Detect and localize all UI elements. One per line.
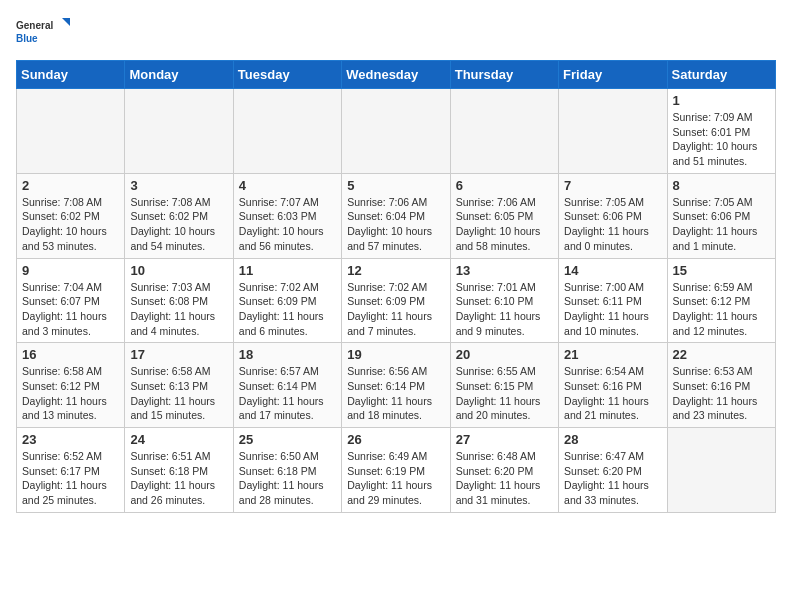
day-info: Sunrise: 7:03 AM Sunset: 6:08 PM Dayligh…	[130, 280, 227, 339]
calendar-day-cell	[342, 89, 450, 174]
day-info: Sunrise: 7:00 AM Sunset: 6:11 PM Dayligh…	[564, 280, 661, 339]
calendar-day-cell: 15Sunrise: 6:59 AM Sunset: 6:12 PM Dayli…	[667, 258, 775, 343]
day-number: 21	[564, 347, 661, 362]
day-of-week-header: Friday	[559, 61, 667, 89]
day-number: 27	[456, 432, 553, 447]
day-info: Sunrise: 6:49 AM Sunset: 6:19 PM Dayligh…	[347, 449, 444, 508]
day-number: 10	[130, 263, 227, 278]
calendar-day-cell: 16Sunrise: 6:58 AM Sunset: 6:12 PM Dayli…	[17, 343, 125, 428]
calendar-day-cell: 6Sunrise: 7:06 AM Sunset: 6:05 PM Daylig…	[450, 173, 558, 258]
calendar-day-cell: 21Sunrise: 6:54 AM Sunset: 6:16 PM Dayli…	[559, 343, 667, 428]
day-of-week-header: Saturday	[667, 61, 775, 89]
day-number: 20	[456, 347, 553, 362]
calendar-day-cell: 26Sunrise: 6:49 AM Sunset: 6:19 PM Dayli…	[342, 428, 450, 513]
calendar-week-row: 16Sunrise: 6:58 AM Sunset: 6:12 PM Dayli…	[17, 343, 776, 428]
day-info: Sunrise: 7:08 AM Sunset: 6:02 PM Dayligh…	[130, 195, 227, 254]
calendar-day-cell: 3Sunrise: 7:08 AM Sunset: 6:02 PM Daylig…	[125, 173, 233, 258]
calendar-day-cell: 4Sunrise: 7:07 AM Sunset: 6:03 PM Daylig…	[233, 173, 341, 258]
calendar-day-cell: 11Sunrise: 7:02 AM Sunset: 6:09 PM Dayli…	[233, 258, 341, 343]
calendar-day-cell: 20Sunrise: 6:55 AM Sunset: 6:15 PM Dayli…	[450, 343, 558, 428]
day-number: 13	[456, 263, 553, 278]
day-of-week-header: Tuesday	[233, 61, 341, 89]
calendar-day-cell: 14Sunrise: 7:00 AM Sunset: 6:11 PM Dayli…	[559, 258, 667, 343]
calendar-day-cell: 25Sunrise: 6:50 AM Sunset: 6:18 PM Dayli…	[233, 428, 341, 513]
calendar-day-cell: 12Sunrise: 7:02 AM Sunset: 6:09 PM Dayli…	[342, 258, 450, 343]
day-number: 24	[130, 432, 227, 447]
day-of-week-header: Thursday	[450, 61, 558, 89]
svg-marker-2	[62, 18, 70, 26]
day-number: 14	[564, 263, 661, 278]
calendar-day-cell	[667, 428, 775, 513]
calendar-day-cell: 7Sunrise: 7:05 AM Sunset: 6:06 PM Daylig…	[559, 173, 667, 258]
day-info: Sunrise: 6:59 AM Sunset: 6:12 PM Dayligh…	[673, 280, 770, 339]
day-number: 26	[347, 432, 444, 447]
calendar-day-cell	[559, 89, 667, 174]
calendar-week-row: 23Sunrise: 6:52 AM Sunset: 6:17 PM Dayli…	[17, 428, 776, 513]
calendar-day-cell: 24Sunrise: 6:51 AM Sunset: 6:18 PM Dayli…	[125, 428, 233, 513]
day-number: 4	[239, 178, 336, 193]
day-info: Sunrise: 6:53 AM Sunset: 6:16 PM Dayligh…	[673, 364, 770, 423]
day-info: Sunrise: 6:48 AM Sunset: 6:20 PM Dayligh…	[456, 449, 553, 508]
day-number: 5	[347, 178, 444, 193]
calendar-day-cell: 10Sunrise: 7:03 AM Sunset: 6:08 PM Dayli…	[125, 258, 233, 343]
day-number: 1	[673, 93, 770, 108]
day-info: Sunrise: 7:08 AM Sunset: 6:02 PM Dayligh…	[22, 195, 119, 254]
calendar-day-cell: 13Sunrise: 7:01 AM Sunset: 6:10 PM Dayli…	[450, 258, 558, 343]
day-number: 17	[130, 347, 227, 362]
day-info: Sunrise: 6:47 AM Sunset: 6:20 PM Dayligh…	[564, 449, 661, 508]
logo-svg: General Blue	[16, 16, 71, 48]
day-info: Sunrise: 6:51 AM Sunset: 6:18 PM Dayligh…	[130, 449, 227, 508]
day-number: 19	[347, 347, 444, 362]
calendar-week-row: 2Sunrise: 7:08 AM Sunset: 6:02 PM Daylig…	[17, 173, 776, 258]
day-number: 16	[22, 347, 119, 362]
day-number: 8	[673, 178, 770, 193]
calendar-day-cell: 22Sunrise: 6:53 AM Sunset: 6:16 PM Dayli…	[667, 343, 775, 428]
day-info: Sunrise: 7:02 AM Sunset: 6:09 PM Dayligh…	[239, 280, 336, 339]
day-number: 11	[239, 263, 336, 278]
day-info: Sunrise: 7:06 AM Sunset: 6:05 PM Dayligh…	[456, 195, 553, 254]
day-info: Sunrise: 7:05 AM Sunset: 6:06 PM Dayligh…	[564, 195, 661, 254]
day-number: 15	[673, 263, 770, 278]
day-info: Sunrise: 7:04 AM Sunset: 6:07 PM Dayligh…	[22, 280, 119, 339]
page-header: General Blue	[16, 16, 776, 48]
day-info: Sunrise: 6:58 AM Sunset: 6:12 PM Dayligh…	[22, 364, 119, 423]
calendar-day-cell: 23Sunrise: 6:52 AM Sunset: 6:17 PM Dayli…	[17, 428, 125, 513]
calendar-day-cell: 28Sunrise: 6:47 AM Sunset: 6:20 PM Dayli…	[559, 428, 667, 513]
day-number: 9	[22, 263, 119, 278]
day-info: Sunrise: 6:57 AM Sunset: 6:14 PM Dayligh…	[239, 364, 336, 423]
day-number: 25	[239, 432, 336, 447]
day-of-week-header: Monday	[125, 61, 233, 89]
day-number: 18	[239, 347, 336, 362]
calendar-week-row: 9Sunrise: 7:04 AM Sunset: 6:07 PM Daylig…	[17, 258, 776, 343]
svg-text:General: General	[16, 20, 53, 31]
day-info: Sunrise: 7:05 AM Sunset: 6:06 PM Dayligh…	[673, 195, 770, 254]
day-number: 6	[456, 178, 553, 193]
calendar-day-cell: 19Sunrise: 6:56 AM Sunset: 6:14 PM Dayli…	[342, 343, 450, 428]
calendar-day-cell: 27Sunrise: 6:48 AM Sunset: 6:20 PM Dayli…	[450, 428, 558, 513]
calendar-day-cell: 9Sunrise: 7:04 AM Sunset: 6:07 PM Daylig…	[17, 258, 125, 343]
calendar-header-row: SundayMondayTuesdayWednesdayThursdayFrid…	[17, 61, 776, 89]
day-number: 3	[130, 178, 227, 193]
day-info: Sunrise: 7:06 AM Sunset: 6:04 PM Dayligh…	[347, 195, 444, 254]
day-info: Sunrise: 6:58 AM Sunset: 6:13 PM Dayligh…	[130, 364, 227, 423]
day-of-week-header: Wednesday	[342, 61, 450, 89]
calendar-day-cell: 2Sunrise: 7:08 AM Sunset: 6:02 PM Daylig…	[17, 173, 125, 258]
day-number: 7	[564, 178, 661, 193]
svg-text:Blue: Blue	[16, 33, 38, 44]
calendar-week-row: 1Sunrise: 7:09 AM Sunset: 6:01 PM Daylig…	[17, 89, 776, 174]
day-info: Sunrise: 7:02 AM Sunset: 6:09 PM Dayligh…	[347, 280, 444, 339]
calendar-day-cell: 1Sunrise: 7:09 AM Sunset: 6:01 PM Daylig…	[667, 89, 775, 174]
logo: General Blue	[16, 16, 71, 48]
day-info: Sunrise: 6:55 AM Sunset: 6:15 PM Dayligh…	[456, 364, 553, 423]
calendar-day-cell: 5Sunrise: 7:06 AM Sunset: 6:04 PM Daylig…	[342, 173, 450, 258]
calendar-day-cell	[233, 89, 341, 174]
day-info: Sunrise: 6:54 AM Sunset: 6:16 PM Dayligh…	[564, 364, 661, 423]
calendar-day-cell: 8Sunrise: 7:05 AM Sunset: 6:06 PM Daylig…	[667, 173, 775, 258]
day-number: 22	[673, 347, 770, 362]
day-info: Sunrise: 7:09 AM Sunset: 6:01 PM Dayligh…	[673, 110, 770, 169]
calendar-day-cell	[450, 89, 558, 174]
calendar-day-cell	[125, 89, 233, 174]
day-number: 12	[347, 263, 444, 278]
day-number: 2	[22, 178, 119, 193]
day-number: 28	[564, 432, 661, 447]
